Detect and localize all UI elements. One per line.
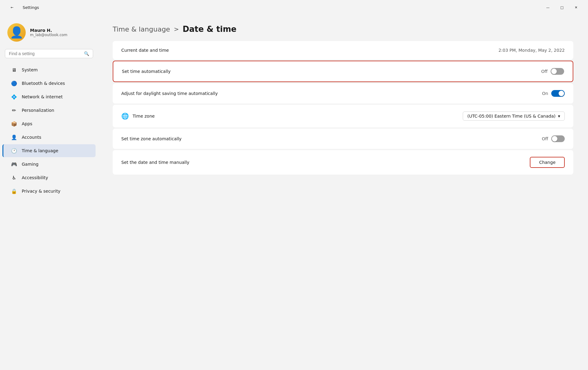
timezone-row: 🌐 Time zone (UTC-05:00) Eastern Time (US… xyxy=(113,105,573,127)
app-title: Settings xyxy=(23,5,39,10)
set-tz-auto-label: Set time zone automatically xyxy=(121,136,182,141)
content-area: Time & language > Date & time Current da… xyxy=(98,15,588,370)
time-language-icon: 🕐 xyxy=(11,147,17,154)
close-button[interactable]: ✕ xyxy=(569,2,583,12)
sidebar-item-privacy[interactable]: 🔒 Privacy & security xyxy=(2,185,96,198)
manual-date-label: Set the date and time manually xyxy=(121,160,189,165)
breadcrumb-separator: > xyxy=(174,25,179,33)
sidebar-item-label-accessibility: Accessibility xyxy=(22,175,48,180)
toggle-knob-daylight xyxy=(559,91,564,96)
sidebar-item-bluetooth[interactable]: 🔵 Bluetooth & devices xyxy=(2,77,96,90)
sidebar-item-label-network: Network & internet xyxy=(22,94,63,99)
window-controls: — □ ✕ xyxy=(541,2,583,12)
set-time-auto-row: Set time automatically Off xyxy=(113,61,573,81)
sidebar-item-network[interactable]: 💠 Network & internet xyxy=(2,90,96,103)
titlebar: ← Settings — □ ✕ xyxy=(0,0,588,15)
sidebar-item-label-privacy: Privacy & security xyxy=(22,189,60,194)
sidebar-item-label-personalization: Personalization xyxy=(22,108,54,113)
set-tz-auto-row: Set time zone automatically Off xyxy=(113,129,573,149)
manual-date-control: Change xyxy=(530,157,565,168)
settings-cards: Current date and time 2:03 PM, Monday, M… xyxy=(113,41,573,176)
avatar-image: 👤 xyxy=(10,27,24,38)
maximize-icon: □ xyxy=(560,6,564,9)
back-button[interactable]: ← xyxy=(5,2,19,12)
accounts-icon: 👤 xyxy=(11,134,17,141)
minimize-button[interactable]: — xyxy=(541,2,555,12)
user-name: Mauro H. xyxy=(30,28,67,33)
breadcrumb-parent: Time & language xyxy=(113,25,170,33)
sidebar-item-label-gaming: Gaming xyxy=(22,162,39,167)
chevron-down-icon: ▾ xyxy=(558,114,560,119)
user-info: Mauro H. m_lab@outlook.com xyxy=(30,28,67,37)
sidebar-item-label-apps: Apps xyxy=(22,121,32,126)
set-time-auto-card: Set time automatically Off xyxy=(113,61,573,82)
timezone-icon: 🌐 xyxy=(121,112,129,120)
daylight-saving-label: Adjust for daylight saving time automati… xyxy=(121,91,218,96)
current-date-time-value: 2:03 PM, Monday, May 2, 2022 xyxy=(499,48,565,53)
set-tz-auto-toggle[interactable] xyxy=(551,135,565,142)
system-icon: 🖥 xyxy=(11,66,17,73)
current-date-time-row: Current date and time 2:03 PM, Monday, M… xyxy=(113,41,573,59)
app-body: 👤 Mauro H. m_lab@outlook.com 🔍 🖥 System … xyxy=(0,15,588,370)
set-time-auto-toggle[interactable] xyxy=(551,68,564,75)
accessibility-icon: ♿ xyxy=(11,174,17,181)
search-input[interactable] xyxy=(9,51,81,56)
sidebar-item-label-time-language: Time & language xyxy=(22,148,58,153)
sidebar-item-apps[interactable]: 📦 Apps xyxy=(2,117,96,130)
manual-date-row: Set the date and time manually Change xyxy=(113,150,573,175)
maximize-button[interactable]: □ xyxy=(555,2,569,12)
sidebar-item-label-system: System xyxy=(22,67,38,72)
network-icon: 💠 xyxy=(11,93,17,100)
daylight-saving-card: Adjust for daylight saving time automati… xyxy=(113,83,573,104)
daylight-saving-control: On xyxy=(542,90,565,97)
current-date-time-card: Current date and time 2:03 PM, Monday, M… xyxy=(113,41,573,59)
set-time-auto-state: Off xyxy=(541,69,548,74)
set-tz-auto-card: Set time zone automatically Off xyxy=(113,129,573,149)
change-button[interactable]: Change xyxy=(530,157,565,168)
daylight-saving-toggle[interactable] xyxy=(551,90,565,97)
search-icon: 🔍 xyxy=(84,51,89,56)
close-icon: ✕ xyxy=(575,6,577,9)
timezone-control: (UTC-05:00) Eastern Time (US & Canada) ▾ xyxy=(463,111,565,121)
toggle-knob-tz xyxy=(552,136,557,142)
sidebar: 👤 Mauro H. m_lab@outlook.com 🔍 🖥 System … xyxy=(0,15,98,370)
timezone-label: 🌐 Time zone xyxy=(121,112,155,120)
set-tz-auto-control: Off xyxy=(542,135,565,142)
daylight-saving-row: Adjust for daylight saving time automati… xyxy=(113,83,573,104)
timezone-dropdown[interactable]: (UTC-05:00) Eastern Time (US & Canada) ▾ xyxy=(463,111,565,121)
sidebar-item-label-accounts: Accounts xyxy=(22,135,41,140)
privacy-icon: 🔒 xyxy=(11,188,17,194)
timezone-card: 🌐 Time zone (UTC-05:00) Eastern Time (US… xyxy=(113,105,573,127)
titlebar-left: ← Settings xyxy=(5,2,39,12)
bluetooth-icon: 🔵 xyxy=(11,80,17,87)
search-box[interactable]: 🔍 xyxy=(5,49,93,58)
avatar: 👤 xyxy=(7,23,26,42)
breadcrumb: Time & language > Date & time xyxy=(113,25,573,34)
gaming-icon: 🎮 xyxy=(11,161,17,168)
sidebar-item-system[interactable]: 🖥 System xyxy=(2,63,96,76)
user-section: 👤 Mauro H. m_lab@outlook.com xyxy=(0,18,98,49)
sidebar-item-label-bluetooth: Bluetooth & devices xyxy=(22,81,65,86)
set-time-auto-control: Off xyxy=(541,68,564,75)
user-email: m_lab@outlook.com xyxy=(30,33,67,37)
breadcrumb-current: Date & time xyxy=(183,25,236,34)
apps-icon: 📦 xyxy=(11,120,17,127)
timezone-value: (UTC-05:00) Eastern Time (US & Canada) xyxy=(467,114,556,119)
sidebar-item-gaming[interactable]: 🎮 Gaming xyxy=(2,158,96,171)
set-tz-auto-state: Off xyxy=(542,136,548,141)
sidebar-item-accounts[interactable]: 👤 Accounts xyxy=(2,131,96,144)
current-date-time-label: Current date and time xyxy=(121,48,169,53)
sidebar-item-time-language[interactable]: 🕐 Time & language xyxy=(2,144,96,157)
sidebar-item-personalization[interactable]: ✏️ Personalization xyxy=(2,104,96,117)
set-time-auto-label: Set time automatically xyxy=(122,69,171,74)
back-icon: ← xyxy=(10,6,13,9)
minimize-icon: — xyxy=(546,6,550,9)
sidebar-item-accessibility[interactable]: ♿ Accessibility xyxy=(2,171,96,184)
personalization-icon: ✏️ xyxy=(11,107,17,114)
daylight-saving-state: On xyxy=(542,91,548,96)
manual-date-card: Set the date and time manually Change xyxy=(113,150,573,175)
toggle-knob xyxy=(551,69,557,74)
